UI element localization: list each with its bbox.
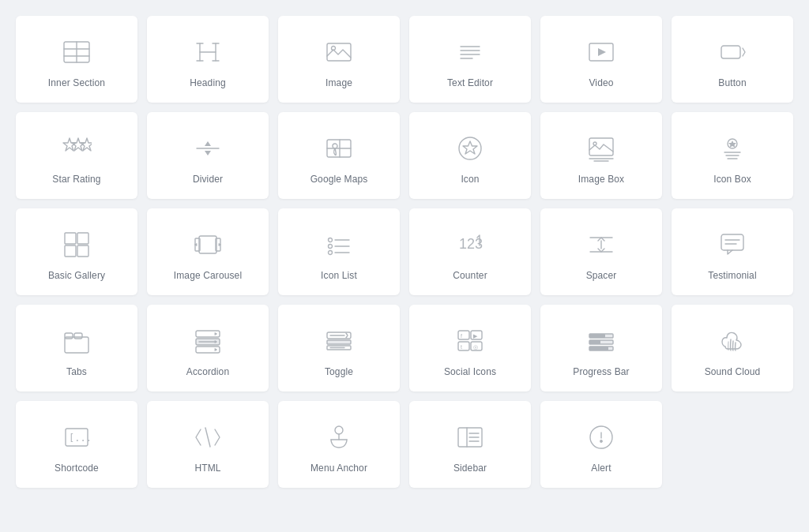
social-icons-icon: f ▶ t ◎ <box>453 324 487 358</box>
widget-label-testimonial: Testimonial <box>708 270 756 281</box>
widget-label-alert: Alert <box>591 463 611 474</box>
shortcode-icon: [...] <box>59 420 94 455</box>
svg-rect-45 <box>199 236 216 253</box>
toggle-icon <box>322 324 356 358</box>
svg-point-30 <box>459 137 481 159</box>
google-maps-icon <box>322 131 356 166</box>
widget-label-button: Button <box>718 77 746 88</box>
menu-anchor-icon <box>322 420 356 455</box>
widget-card-heading[interactable]: Heading <box>147 16 269 103</box>
widget-card-sidebar[interactable]: Sidebar <box>409 401 531 488</box>
widget-card-html[interactable]: HTML <box>147 401 269 488</box>
spacer-icon <box>584 227 619 262</box>
svg-marker-25 <box>205 151 211 155</box>
widget-label-tabs: Tabs <box>66 366 87 377</box>
svg-marker-37 <box>728 140 736 148</box>
widget-card-icon-list[interactable]: Icon List <box>278 208 400 295</box>
widget-label-sidebar: Sidebar <box>453 463 487 474</box>
svg-point-27 <box>333 144 337 148</box>
widget-label-shortcode: Shortcode <box>55 463 99 474</box>
widget-card-toggle[interactable]: Toggle <box>278 305 400 392</box>
svg-rect-43 <box>65 245 76 257</box>
tabs-icon <box>59 324 94 358</box>
widget-card-sound-cloud[interactable]: Sound Cloud <box>672 305 793 392</box>
widget-label-social-icons: Social Icons <box>444 366 496 377</box>
button-icon <box>715 35 750 69</box>
widget-card-shortcode[interactable]: [...] Shortcode <box>16 401 137 488</box>
widget-card-testimonial[interactable]: Testimonial <box>672 208 793 295</box>
svg-point-90 <box>335 426 343 434</box>
svg-rect-58 <box>721 234 743 250</box>
widget-card-accordion[interactable]: Accordion <box>147 305 269 392</box>
widget-card-basic-gallery[interactable]: Basic Gallery <box>16 208 137 295</box>
star-rating-icon <box>59 131 94 166</box>
widget-label-progress-bar: Progress Bar <box>573 366 629 377</box>
svg-rect-41 <box>65 233 76 244</box>
widget-card-tabs[interactable]: Tabs <box>16 305 137 392</box>
divider-icon <box>190 131 225 166</box>
widget-card-icon-box[interactable]: Icon Box <box>672 112 793 199</box>
svg-rect-42 <box>77 233 88 244</box>
widget-card-icon[interactable]: Icon <box>409 112 531 199</box>
widget-label-image-box: Image Box <box>578 174 624 185</box>
widget-card-google-maps[interactable]: Google Maps <box>278 112 400 199</box>
widget-label-icon-box: Icon Box <box>713 174 751 185</box>
widget-card-menu-anchor[interactable]: Menu Anchor <box>278 401 400 488</box>
widget-card-spacer[interactable]: Spacer <box>540 208 662 295</box>
widget-card-counter[interactable]: 123 Counter <box>409 208 531 295</box>
widget-card-divider[interactable]: Divider <box>147 112 269 199</box>
widget-card-inner-section[interactable]: Inner Section <box>16 16 137 103</box>
accordion-icon <box>190 324 225 358</box>
widget-card-text-editor[interactable]: Text Editor <box>409 16 531 103</box>
widget-label-icon-list: Icon List <box>321 270 357 281</box>
widget-label-text-editor: Text Editor <box>447 77 493 88</box>
widget-label-spacer: Spacer <box>586 270 617 281</box>
svg-point-50 <box>329 245 333 249</box>
widget-card-social-icons[interactable]: f ▶ t ◎ Social Icons <box>409 305 531 392</box>
text-editor-icon <box>453 35 487 69</box>
widget-label-image: Image <box>325 77 352 88</box>
widget-label-heading: Heading <box>190 77 226 88</box>
image-box-icon <box>584 131 619 166</box>
widget-card-button[interactable]: Button <box>672 16 793 103</box>
svg-rect-61 <box>65 337 88 353</box>
widget-label-divider: Divider <box>193 174 223 185</box>
widget-label-inner-section: Inner Section <box>48 77 105 88</box>
svg-rect-44 <box>77 245 88 257</box>
image-carousel-icon <box>190 227 225 262</box>
counter-icon: 123 <box>453 227 487 262</box>
svg-rect-82 <box>589 334 605 338</box>
widget-card-image[interactable]: Image <box>278 16 400 103</box>
svg-rect-86 <box>589 347 608 350</box>
svg-point-33 <box>593 142 596 145</box>
testimonial-icon <box>715 227 750 262</box>
widget-label-sound-cloud: Sound Cloud <box>705 366 761 377</box>
widget-card-progress-bar[interactable]: Progress Bar <box>540 305 662 392</box>
svg-point-100 <box>600 440 602 442</box>
widget-label-video: Video <box>589 77 613 88</box>
basic-gallery-icon <box>59 227 94 262</box>
image-icon <box>322 35 356 69</box>
inner-section-icon <box>59 35 94 69</box>
widget-card-star-rating[interactable]: Star Rating <box>16 112 137 199</box>
sidebar-icon <box>453 420 487 455</box>
icon-list-icon <box>322 227 356 262</box>
svg-marker-24 <box>205 141 211 146</box>
svg-point-48 <box>329 238 333 242</box>
widget-card-image-box[interactable]: Image Box <box>540 112 662 199</box>
svg-text:f: f <box>461 333 462 339</box>
widget-card-alert[interactable]: Alert <box>540 401 662 488</box>
widget-card-video[interactable]: Video <box>540 16 662 103</box>
svg-text:[...]: [...] <box>69 433 92 444</box>
svg-rect-62 <box>65 333 73 339</box>
svg-text:▶: ▶ <box>473 333 478 339</box>
widget-label-star-rating: Star Rating <box>52 174 100 185</box>
alert-icon <box>584 420 619 455</box>
video-icon <box>584 35 619 69</box>
svg-rect-84 <box>589 340 600 344</box>
widget-label-menu-anchor: Menu Anchor <box>310 463 367 474</box>
widget-card-image-carousel[interactable]: Image Carousel <box>147 208 269 295</box>
widget-label-google-maps: Google Maps <box>310 174 368 185</box>
widget-label-toggle: Toggle <box>325 366 353 377</box>
widget-grid: Inner Section Heading Image <box>16 16 793 488</box>
